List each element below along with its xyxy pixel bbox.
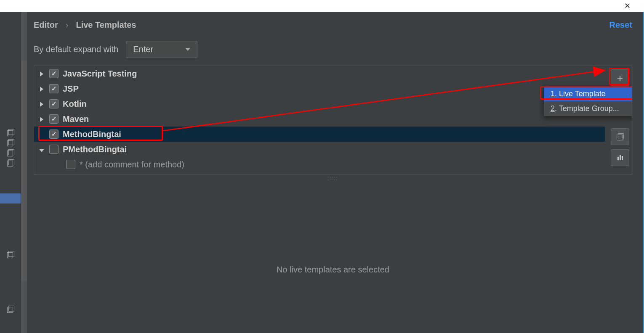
breadcrumb-parent[interactable]: Editor (34, 20, 58, 30)
add-button[interactable]: ＋ (611, 69, 629, 86)
templates-tree: ✓ JavaScript Testing ✓ JSP ✓ Kotlin ✓ Ma (34, 66, 632, 175)
left-strip (21, 12, 27, 333)
expand-icon[interactable] (38, 69, 45, 79)
expand-label: By default expand with (34, 45, 118, 54)
tree-label: MethodBingtai (63, 130, 121, 139)
tree-group-jsp[interactable]: ✓ JSP (34, 81, 605, 96)
tool-icon[interactable] (5, 129, 16, 136)
tool-icon[interactable] (5, 159, 16, 166)
checkbox[interactable]: ✓ (49, 145, 59, 154)
popup-live-template[interactable]: 1. Live Template (544, 87, 632, 101)
expand-icon[interactable] (38, 114, 45, 124)
left-sidebar (0, 12, 21, 333)
tree-toolbar: ＋ 1. Live Template 2. Template Group... (608, 66, 632, 166)
resize-grip[interactable]: ::::: (34, 176, 632, 181)
tool-icon[interactable] (5, 251, 16, 258)
chevron-down-icon (185, 48, 190, 51)
tree-label: Kotlin (63, 99, 87, 109)
tree-label: Maven (63, 114, 89, 124)
settings-content: Editor › Live Templates Reset By default… (27, 12, 644, 333)
checkbox[interactable]: ✓ (49, 130, 59, 139)
checkbox[interactable]: ✓ (49, 114, 59, 124)
checkbox[interactable]: ✓ (49, 84, 59, 93)
tool-icon[interactable] (5, 305, 16, 313)
tree-group-javascript-testing[interactable]: ✓ JavaScript Testing (34, 66, 605, 81)
scrollbar[interactable] (21, 61, 27, 281)
tool-icon[interactable] (5, 149, 16, 156)
empty-state-message: No live templates are selected (34, 265, 632, 275)
collapse-icon[interactable] (38, 145, 45, 154)
checkbox[interactable]: ✓ (49, 99, 59, 108)
tree-label: * (add comment for method) (80, 160, 184, 169)
popup-template-group[interactable]: 2. Template Group... (544, 101, 632, 116)
close-icon[interactable]: ✕ (620, 1, 635, 11)
tree-group-methodbingtai[interactable]: ✓ MethodBingtai (34, 127, 605, 142)
breadcrumb: Editor › Live Templates (34, 20, 632, 30)
tree-group-kotlin[interactable]: ✓ Kotlin (34, 96, 605, 111)
sidebar-highlight (0, 193, 21, 204)
tool-icon[interactable] (5, 139, 16, 146)
reset-link[interactable]: Reset (609, 20, 632, 30)
expand-value: Enter (133, 45, 153, 54)
tree-item-comment-method[interactable]: ✓ * (add comment for method) (34, 157, 605, 172)
tree-group-pmethodbingtai[interactable]: ✓ PMethodBingtai (34, 142, 605, 157)
titlebar: ✕ (0, 0, 644, 12)
copy-button[interactable] (611, 128, 629, 145)
tree-label: JavaScript Testing (63, 69, 137, 79)
add-popup: 1. Live Template 2. Template Group... (543, 86, 632, 116)
breadcrumb-separator: › (66, 20, 69, 30)
checkbox[interactable]: ✓ (49, 69, 59, 78)
expand-dropdown[interactable]: Enter (126, 41, 197, 58)
expand-icon[interactable] (38, 99, 45, 109)
checkbox[interactable]: ✓ (66, 160, 75, 169)
breadcrumb-current: Live Templates (76, 20, 136, 30)
expand-with-row: By default expand with Enter (34, 41, 632, 58)
tree-label: PMethodBingtai (63, 145, 127, 154)
list-button[interactable] (611, 149, 629, 166)
tree-label: JSP (63, 84, 79, 94)
tree-group-maven[interactable]: ✓ Maven (34, 111, 605, 127)
expand-icon[interactable] (38, 84, 45, 94)
